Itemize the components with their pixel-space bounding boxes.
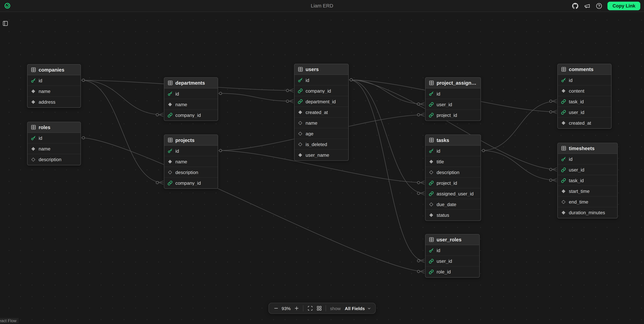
erd-table-departments[interactable]: departmentsidnamecompany_id — [164, 77, 218, 121]
table-header[interactable]: user_roles — [426, 234, 479, 245]
column-row-description[interactable]: description — [426, 167, 480, 178]
column-row-name[interactable]: name — [28, 86, 80, 97]
column-row-start_time[interactable]: start_time — [558, 186, 618, 197]
table-header[interactable]: companies — [28, 65, 80, 75]
column-row-company_id[interactable]: company_id — [164, 178, 218, 188]
table-header[interactable]: departments — [164, 78, 218, 88]
erd-table-roles[interactable]: rolesidnamedescription — [27, 122, 81, 166]
table-header[interactable]: timesheets — [558, 143, 618, 154]
column-row-user_id[interactable]: user_id — [426, 256, 479, 266]
column-name: task_id — [569, 178, 584, 183]
column-row-id[interactable]: id — [28, 133, 80, 143]
erd-table-tasks[interactable]: tasksidtitledescriptionproject_idassigne… — [425, 134, 481, 221]
column-row-id[interactable]: id — [294, 75, 348, 85]
liam-logo[interactable] — [4, 2, 11, 9]
table-header[interactable]: users — [294, 64, 348, 75]
erd-table-comments[interactable]: commentsidcontenttask_iduser_idcreated_a… — [557, 64, 612, 129]
erd-table-timesheets[interactable]: timesheetsiduser_idtask_idstart_timeend_… — [557, 143, 618, 218]
column-row-id[interactable]: id — [426, 88, 480, 99]
column-row-project_id[interactable]: project_id — [426, 178, 480, 188]
github-icon[interactable] — [572, 3, 578, 9]
foreign-key-icon — [561, 99, 566, 104]
column-name: id — [569, 78, 572, 82]
column-row-name[interactable]: name — [28, 143, 80, 154]
table-header[interactable]: project_assignments — [426, 78, 480, 88]
column-row-id[interactable]: id — [164, 145, 218, 156]
column-row-department_id[interactable]: department_id — [294, 96, 348, 107]
column-row-task_id[interactable]: task_id — [558, 175, 618, 186]
column-row-due_date[interactable]: due_date — [426, 199, 480, 210]
column-row-created_at[interactable]: created_at — [294, 107, 348, 117]
column-row-end_time[interactable]: end_time — [558, 197, 618, 207]
table-icon — [168, 137, 173, 143]
nullable-diamond-icon — [429, 170, 434, 175]
column-row-project_id[interactable]: project_id — [426, 110, 480, 120]
column-row-company_id[interactable]: company_id — [294, 85, 348, 96]
column-name: name — [38, 146, 50, 151]
table-icon — [561, 67, 566, 72]
foreign-key-icon — [168, 113, 172, 117]
column-row-id[interactable]: id — [426, 245, 479, 256]
column-row-company_id[interactable]: company_id — [164, 110, 218, 120]
foreign-key-icon — [561, 178, 566, 183]
zoom-out-button[interactable] — [271, 304, 280, 313]
not-null-diamond-icon — [561, 189, 566, 194]
column-row-user_id[interactable]: user_id — [558, 165, 618, 175]
erd-table-user_roles[interactable]: user_rolesiduser_idrole_id — [425, 234, 480, 278]
copy-link-button[interactable]: Copy Link — [608, 1, 640, 10]
sidebar-toggle-button[interactable] — [2, 21, 9, 27]
foreign-key-icon — [429, 180, 434, 185]
column-row-user_id[interactable]: user_id — [558, 107, 611, 117]
column-row-id[interactable]: id — [426, 145, 480, 156]
table-icon — [31, 125, 36, 130]
column-row-user_name[interactable]: user_name — [294, 150, 348, 160]
column-row-id[interactable]: id — [164, 88, 218, 99]
table-header[interactable]: tasks — [426, 135, 480, 145]
zoom-in-button[interactable] — [292, 304, 301, 313]
column-row-created_at[interactable]: created_at — [558, 117, 611, 128]
column-name: duration_minutes — [569, 210, 605, 215]
column-row-task_id[interactable]: task_id — [558, 96, 611, 107]
not-null-diamond-icon — [429, 213, 434, 218]
show-fields-select[interactable]: All Fields — [343, 306, 373, 311]
erd-table-users[interactable]: usersidcompany_iddepartment_idcreated_at… — [294, 64, 348, 161]
table-header[interactable]: roles — [28, 122, 80, 133]
column-row-name[interactable]: name — [164, 99, 218, 110]
table-header[interactable]: comments — [558, 64, 611, 75]
column-row-status[interactable]: status — [426, 210, 480, 221]
react-flow-attribution[interactable]: React Flow — [0, 318, 18, 323]
column-row-id[interactable]: id — [558, 75, 611, 85]
app-window: Liam ERD Copy Link companiesidnameaddres… — [0, 0, 644, 324]
tidy-up-button[interactable] — [314, 304, 324, 313]
not-null-diamond-icon — [168, 102, 172, 107]
erd-table-projects[interactable]: projectsidnamedescriptioncompany_id — [164, 134, 218, 189]
table-icon — [31, 67, 36, 72]
column-name: id — [175, 148, 179, 153]
column-row-role_id[interactable]: role_id — [426, 266, 479, 277]
column-row-assigned_user_id[interactable]: assigned_user_id — [426, 189, 480, 199]
fields-filter-value: All Fields — [345, 306, 365, 311]
column-row-description[interactable]: description — [164, 167, 218, 178]
table-name: projects — [175, 137, 194, 143]
column-row-content[interactable]: content — [558, 85, 611, 96]
column-name: due_date — [436, 202, 456, 207]
column-row-id[interactable]: id — [558, 154, 618, 165]
column-row-id[interactable]: id — [28, 75, 80, 86]
column-row-name[interactable]: name — [164, 156, 218, 167]
table-header[interactable]: projects — [164, 135, 218, 145]
column-row-description[interactable]: description — [28, 154, 80, 165]
help-circle-icon[interactable] — [596, 3, 602, 9]
column-row-duration_minutes[interactable]: duration_minutes — [558, 207, 618, 218]
column-row-age[interactable]: age — [294, 128, 348, 139]
erd-table-project_assignments[interactable]: project_assignmentsiduser_idproject_id — [425, 77, 481, 121]
column-row-user_id[interactable]: user_id — [426, 99, 480, 110]
erd-table-companies[interactable]: companiesidnameaddress — [27, 64, 81, 108]
not-null-diamond-icon — [298, 153, 303, 157]
fit-view-button[interactable] — [306, 304, 314, 313]
column-row-address[interactable]: address — [28, 97, 80, 107]
column-name: role_id — [436, 269, 451, 274]
column-row-is_deleted[interactable]: is_deleted — [294, 139, 348, 150]
column-row-name[interactable]: name — [294, 117, 348, 128]
megaphone-icon[interactable] — [584, 3, 590, 9]
column-row-title[interactable]: title — [426, 156, 480, 167]
